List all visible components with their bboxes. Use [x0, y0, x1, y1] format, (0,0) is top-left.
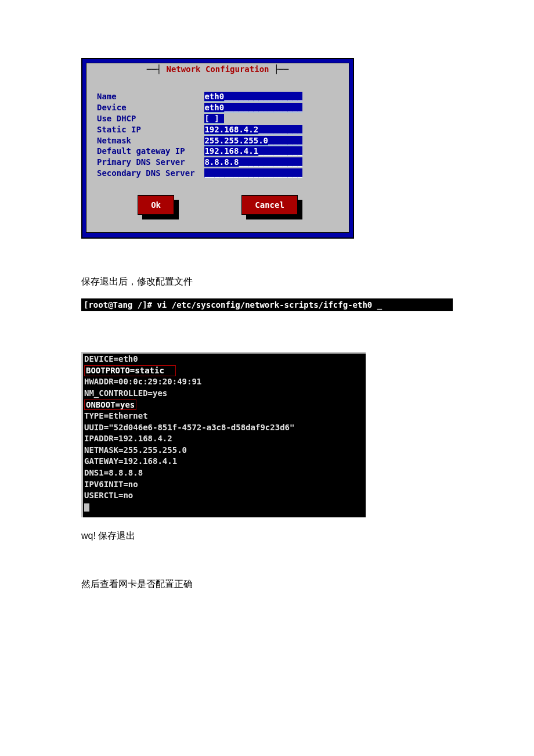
dialog-title: Network Configuration: [166, 64, 269, 74]
editor-line: HWADDR=00:0c:29:20:49:91: [83, 376, 366, 388]
cancel-button[interactable]: Cancel: [241, 195, 298, 215]
dialog-button-row: Ok Cancel: [86, 182, 349, 221]
paragraph-wq: wq! 保存退出: [81, 530, 453, 542]
field-value[interactable]: 8.8.8.8_____________: [204, 157, 302, 167]
field-label: Name: [97, 92, 204, 101]
cursor-icon: [84, 503, 89, 512]
field-value[interactable]: [ ]: [204, 114, 224, 124]
field-label: Default gateway IP: [97, 146, 204, 156]
field-label: Use DHCP: [97, 114, 204, 123]
vi-editor-content: DEVICE=eth0BOOTPROTO=static HWADDR=00:0c…: [81, 352, 366, 517]
dialog-form: Name eth0________________Device eth0____…: [86, 75, 349, 182]
paragraph-save-modify: 保存退出后，修改配置文件: [81, 276, 453, 288]
editor-line: TYPE=Ethernet: [83, 411, 366, 422]
field-value[interactable]: eth0________________: [204, 92, 302, 102]
editor-line: NM_CONTROLLED=yes: [83, 388, 366, 399]
dialog-title-row: ──┤ Network Configuration ├──: [86, 63, 349, 75]
editor-line: GATEWAY=192.168.4.1: [83, 456, 366, 467]
editor-line: BOOTPROTO=static: [83, 365, 366, 377]
field-label: Secondary DNS Server: [97, 168, 204, 178]
network-config-dialog: ──┤ Network Configuration ├── Name eth0_…: [81, 58, 354, 239]
terminal-command: [root@Tang /]# vi /etc/sysconfig/network…: [81, 298, 453, 311]
editor-line: ONBOOT=yes: [83, 399, 366, 411]
editor-line: USERCTL=no: [83, 490, 366, 502]
field-value[interactable]: ____________________: [204, 168, 302, 178]
editor-line: DEVICE=eth0: [83, 354, 366, 365]
field-value[interactable]: eth0________________: [204, 103, 302, 113]
editor-line: UUID="52d046e6-851f-4572-a3c8-d58daf9c23…: [83, 422, 366, 434]
field-value[interactable]: 192.168.4.2_________: [204, 125, 302, 135]
field-label: Device: [97, 103, 204, 112]
editor-cursor-line: [83, 502, 366, 513]
editor-line: NETMASK=255.255.255.0: [83, 445, 366, 456]
editor-line: IPADDR=192.168.4.2: [83, 433, 366, 445]
field-label: Primary DNS Server: [97, 157, 204, 167]
paragraph-check-nic: 然后查看网卡是否配置正确: [81, 578, 453, 591]
field-value[interactable]: 255.255.255.0_______: [204, 136, 302, 146]
field-label: Static IP: [97, 125, 204, 134]
field-value[interactable]: 192.168.4.1_________: [204, 146, 302, 156]
field-label: Netmask: [97, 136, 204, 145]
dialog-inner: ──┤ Network Configuration ├── Name eth0_…: [86, 63, 349, 233]
ok-button[interactable]: Ok: [138, 195, 174, 215]
editor-line: DNS1=8.8.8.8: [83, 467, 366, 479]
editor-line: IPV6INIT=no: [83, 479, 366, 491]
